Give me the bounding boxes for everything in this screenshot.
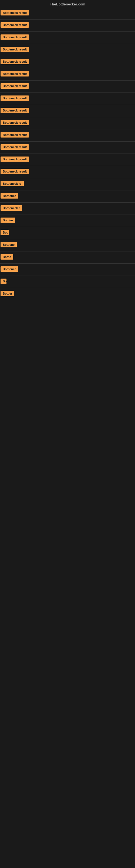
bottleneck-item: Bottleneck result — [0, 44, 135, 56]
bottleneck-badge[interactable]: Bottler — [1, 291, 14, 296]
bottleneck-item: Bottlen — [0, 215, 135, 227]
bottleneck-badge[interactable]: Bottleneck result — [1, 71, 29, 76]
bottleneck-item: Bottle — [0, 251, 135, 264]
bottleneck-item: Bottleneck result — [0, 117, 135, 129]
bottleneck-item: Bottleneck r — [0, 203, 135, 215]
bottleneck-container: Bottleneck resultBottleneck resultBottle… — [0, 7, 135, 300]
bottleneck-item: Bottleneck result — [0, 166, 135, 178]
bottleneck-item: Bot — [0, 227, 135, 239]
site-header: TheBottlenecker.com — [0, 0, 135, 7]
bottleneck-badge[interactable]: Bo — [1, 279, 6, 284]
bottleneck-item: Bottleneck result — [0, 93, 135, 105]
bottleneck-badge[interactable]: Bottleneck result — [1, 169, 29, 174]
bottleneck-item: Bottleneck result — [0, 56, 135, 68]
bottleneck-item: Bottlenec — [0, 190, 135, 203]
bottleneck-item: Bottleneck result — [0, 32, 135, 44]
bottleneck-item: Bottleneck result — [0, 154, 135, 166]
bottleneck-item: Bottleneck result — [0, 142, 135, 154]
bottleneck-badge[interactable]: Bottle — [1, 254, 13, 259]
bottleneck-badge[interactable]: Bottleneck r — [1, 205, 22, 211]
bottleneck-badge[interactable]: Bottleneck result — [1, 108, 29, 113]
bottleneck-badge[interactable]: Bottleneck result — [1, 83, 29, 89]
bottleneck-badge[interactable]: Bottleneck result — [1, 59, 29, 64]
bottleneck-badge[interactable]: Bottleneck result — [1, 46, 29, 52]
bottleneck-badge[interactable]: Bottleneck result — [1, 95, 29, 101]
bottleneck-item: Bottleneck result — [0, 7, 135, 19]
bottleneck-badge[interactable]: Bottleneck result — [1, 120, 29, 125]
bottleneck-badge[interactable]: Bottleneck re — [1, 181, 24, 186]
bottleneck-item: Bottleneck result — [0, 105, 135, 117]
bottleneck-item: Bottleneck result — [0, 20, 135, 31]
bottleneck-item: Bottleneck result — [0, 129, 135, 141]
bottleneck-badge[interactable]: Bottleneck result — [1, 34, 29, 40]
bottleneck-badge[interactable]: Bottlene — [1, 242, 17, 247]
bottleneck-item: Bottlene — [0, 239, 135, 251]
bottleneck-item: Bottlenec — [0, 264, 135, 276]
bottleneck-badge[interactable]: Bot — [1, 230, 9, 235]
bottleneck-badge[interactable]: Bottlenec — [1, 267, 18, 272]
bottleneck-badge[interactable]: Bottlenec — [1, 193, 18, 198]
bottleneck-item: Bottleneck result — [0, 81, 135, 93]
bottleneck-badge[interactable]: Bottleneck result — [1, 156, 29, 162]
bottleneck-badge[interactable]: Bottlen — [1, 218, 15, 223]
bottleneck-item: Bo — [0, 276, 135, 288]
bottleneck-badge[interactable]: Bottleneck result — [1, 132, 29, 137]
bottleneck-badge[interactable]: Bottleneck result — [1, 10, 29, 16]
bottleneck-item: Bottler — [0, 288, 135, 300]
bottleneck-badge[interactable]: Bottleneck result — [1, 22, 29, 28]
site-title: TheBottlenecker.com — [50, 2, 85, 6]
bottleneck-badge[interactable]: Bottleneck result — [1, 144, 29, 150]
bottleneck-item: Bottleneck re — [0, 178, 135, 190]
bottleneck-item: Bottleneck result — [0, 68, 135, 80]
